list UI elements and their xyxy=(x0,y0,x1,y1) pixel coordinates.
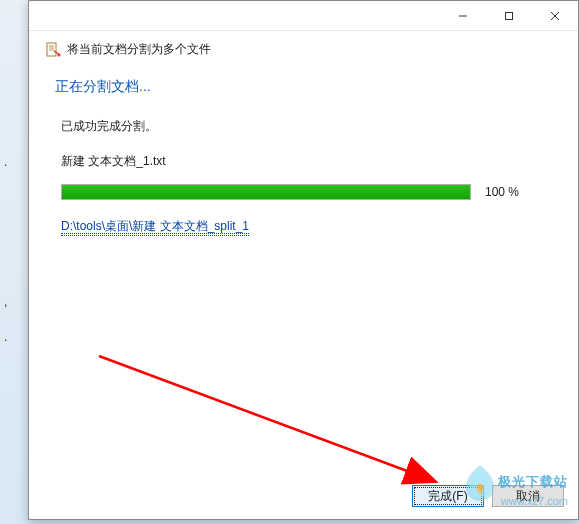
maximize-button[interactable] xyxy=(486,1,532,31)
status-message: 已成功完成分割。 xyxy=(61,118,552,135)
annotation-arrow xyxy=(89,346,459,496)
output-path-link[interactable]: D:\tools\桌面\新建 文本文档_split_1 xyxy=(61,218,249,236)
cancel-button[interactable]: 取消 xyxy=(492,485,564,507)
dialog-subtitle: 将当前文档分割为多个文件 xyxy=(67,41,211,58)
svg-point-8 xyxy=(58,53,61,56)
background-fragment: , xyxy=(4,295,7,309)
current-filename: 新建 文本文档_1.txt xyxy=(61,153,552,170)
minimize-button[interactable] xyxy=(440,1,486,31)
titlebar xyxy=(29,1,578,31)
dialog-header: 将当前文档分割为多个文件 xyxy=(29,31,578,64)
document-split-icon xyxy=(45,42,61,58)
close-button[interactable] xyxy=(532,1,578,31)
svg-line-9 xyxy=(99,356,434,481)
progress-bar xyxy=(61,184,471,200)
progress-percent-label: 100 % xyxy=(485,185,519,199)
background-fragment: . xyxy=(4,155,7,169)
progress-fill xyxy=(62,185,470,199)
finish-button[interactable]: 完成(F) xyxy=(412,485,484,507)
progress-heading: 正在分割文档... xyxy=(55,78,552,96)
background-fragment: . xyxy=(4,330,7,344)
svg-rect-1 xyxy=(506,13,513,20)
split-dialog: 将当前文档分割为多个文件 正在分割文档... 已成功完成分割。 新建 文本文档_… xyxy=(28,0,579,520)
